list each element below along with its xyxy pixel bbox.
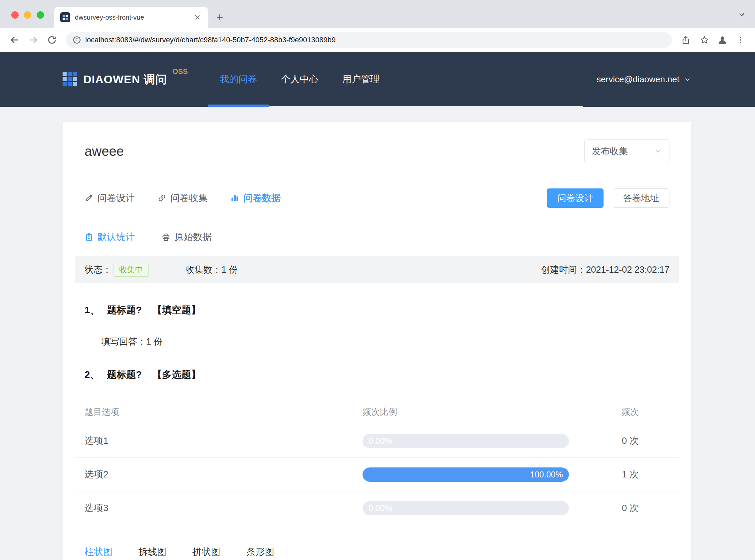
- created-time-value: 2021-12-02 23:02:17: [586, 265, 670, 275]
- window-zoom-button[interactable]: [37, 11, 44, 19]
- created-time-label: 创建时间：: [541, 265, 586, 275]
- profile-avatar-icon[interactable]: [715, 33, 730, 47]
- tab-favicon-icon: [60, 12, 70, 22]
- survey-design-button[interactable]: 问卷设计: [547, 188, 604, 208]
- progress-label: 0.00%: [368, 503, 392, 513]
- stat-tabs-row: 默认统计 原始数据: [75, 218, 679, 256]
- publish-select-value: 发布收集: [592, 145, 628, 157]
- answer-value: 1 份: [146, 337, 163, 346]
- action-buttons: 问卷设计 答卷地址: [547, 188, 670, 208]
- collect-count-value: 1 份: [221, 265, 238, 275]
- app-logo[interactable]: DIAOWEN 调问 OSS: [63, 52, 188, 107]
- tab-search-chevron-icon[interactable]: [736, 9, 748, 21]
- progress-bar: 0.00%: [363, 434, 569, 448]
- frequency-table: 题目选项 频次比例 频次 选项1 0.00% 0 次 选项2 100.00% 1…: [75, 400, 679, 525]
- question-type: 【填空题】: [152, 305, 201, 315]
- reload-button[interactable]: [44, 32, 60, 48]
- share-icon[interactable]: [678, 32, 694, 48]
- forward-button[interactable]: [25, 32, 41, 48]
- collect-count: 收集数：1 份: [185, 264, 238, 276]
- publish-collect-select[interactable]: 发布收集: [584, 139, 670, 163]
- tab-title: dwsurvey-oss-front-vue: [75, 14, 188, 21]
- tab-label: 问卷设计: [98, 192, 135, 204]
- answer-url-button[interactable]: 答卷地址: [613, 188, 670, 208]
- table-row: 选项3 0.00% 0 次: [75, 492, 679, 525]
- nav-item-user-management[interactable]: 用户管理: [330, 52, 391, 106]
- table-header-row: 题目选项 频次比例 频次: [75, 400, 679, 424]
- frequency-value: 1 次: [569, 468, 679, 481]
- printer-icon: [161, 233, 170, 242]
- question-1-title: 1、题标题?【填空题】: [75, 304, 679, 317]
- bookmark-star-icon[interactable]: [696, 32, 712, 48]
- brand-grid-icon: [63, 72, 78, 87]
- status-label: 状态：: [85, 264, 111, 276]
- url-text: localhost:8083/#/dw/survey/d/chart/c98fa…: [85, 36, 335, 44]
- survey-tabs-row: 问卷设计 问卷收集 问卷数据 问卷设计 答卷地址: [75, 178, 679, 218]
- question-2-title: 2、题标题?【多选题】: [75, 368, 679, 382]
- link-icon: [158, 194, 166, 202]
- nav-item-label: 个人中心: [281, 73, 318, 85]
- title-row: aweee 发布收集: [75, 122, 679, 178]
- address-bar[interactable]: localhost:8083/#/dw/survey/d/chart/c98fa…: [66, 32, 672, 48]
- window-minimize-button[interactable]: [24, 11, 31, 19]
- chart-type-tabs: 柱状图 拆线图 拼状图 条形图: [85, 546, 670, 560]
- created-time: 创建时间：2021-12-02 23:02:17: [541, 264, 670, 276]
- progress-bar: 0.00%: [363, 501, 569, 515]
- window-controls: [11, 11, 44, 19]
- bar-chart-icon: [230, 194, 239, 202]
- table-row: 选项1 0.00% 0 次: [75, 424, 679, 458]
- option-label: 选项3: [75, 502, 363, 514]
- progress-fill: 100.00%: [363, 467, 569, 482]
- account-dropdown[interactable]: service@diaowen.net: [596, 52, 691, 107]
- status-bar: 状态： 收集中 收集数：1 份 创建时间：2021-12-02 23:02:17: [75, 256, 679, 283]
- nav-item-my-surveys[interactable]: 我的问卷: [208, 52, 269, 106]
- tab-survey-data[interactable]: 问卷数据: [230, 192, 281, 204]
- nav-item-label: 用户管理: [342, 73, 380, 85]
- tab-pie-chart[interactable]: 拼状图: [192, 546, 220, 560]
- tab-line-chart[interactable]: 拆线图: [139, 546, 166, 560]
- tab-label: 默认统计: [98, 231, 135, 243]
- chevron-down-icon: [683, 76, 691, 84]
- window-close-button[interactable]: [11, 11, 19, 19]
- pencil-icon: [85, 194, 94, 202]
- tab-default-statistics[interactable]: 默认统计: [85, 231, 135, 243]
- progress-bar: 100.00%: [363, 467, 569, 482]
- option-label: 选项1: [75, 435, 363, 447]
- frequency-value: 0 次: [569, 502, 679, 514]
- main-navigation: 我的问卷 个人中心 用户管理: [208, 52, 583, 107]
- collect-count-label: 收集数：: [185, 265, 221, 275]
- question-index: 1、: [85, 305, 100, 315]
- browser-tab[interactable]: dwsurvey-oss-front-vue: [54, 7, 208, 28]
- nav-item-personal-center[interactable]: 个人中心: [269, 52, 330, 106]
- column-header-option: 题目选项: [75, 406, 363, 418]
- tab-label: 问卷数据: [243, 192, 281, 204]
- question-text: 题标题?: [107, 369, 142, 380]
- frequency-value: 0 次: [569, 435, 679, 447]
- option-label: 选项2: [75, 468, 363, 481]
- new-tab-button[interactable]: [213, 11, 226, 24]
- progress-label: 100.00%: [530, 470, 563, 479]
- survey-title: aweee: [85, 144, 124, 159]
- main-content: aweee 发布收集 问卷设计 问卷收集: [0, 107, 755, 560]
- brand-name: DIAOWEN 调问: [83, 72, 167, 87]
- answer-label: 填写回答：: [101, 337, 146, 346]
- tab-survey-collect[interactable]: 问卷收集: [158, 192, 208, 204]
- chevron-down-icon: [654, 147, 662, 155]
- tab-label: 原始数据: [175, 231, 212, 243]
- column-header-ratio: 频次比例: [363, 406, 569, 418]
- tab-raw-data[interactable]: 原始数据: [161, 231, 212, 243]
- question-text: 题标题?: [107, 305, 142, 315]
- browser-menu-icon[interactable]: [732, 32, 748, 48]
- brand-suffix: OSS: [172, 67, 188, 76]
- nav-item-label: 我的问卷: [220, 73, 257, 85]
- tab-column-chart[interactable]: 柱状图: [85, 546, 113, 560]
- site-info-icon[interactable]: [73, 36, 81, 44]
- clipboard-icon: [85, 233, 94, 242]
- tab-survey-design[interactable]: 问卷设计: [85, 192, 135, 204]
- app-header: DIAOWEN 调问 OSS 我的问卷 个人中心 用户管理 service@di…: [0, 52, 755, 107]
- account-email: service@diaowen.net: [596, 74, 679, 84]
- tab-close-icon[interactable]: [192, 12, 202, 22]
- browser-tab-strip: dwsurvey-oss-front-vue: [0, 0, 755, 28]
- tab-bar-chart[interactable]: 条形图: [246, 546, 274, 560]
- back-button[interactable]: [7, 32, 23, 48]
